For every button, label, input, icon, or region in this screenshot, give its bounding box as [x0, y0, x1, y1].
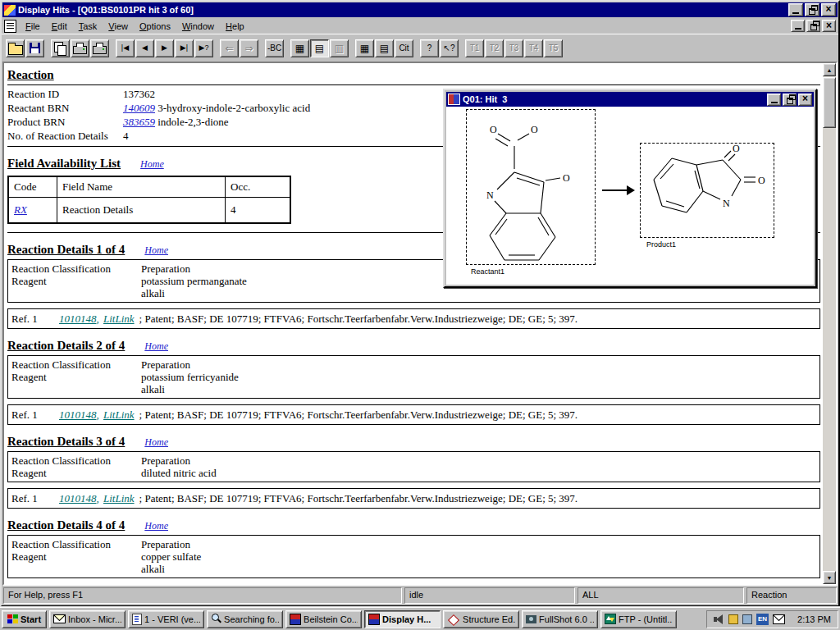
- rx-link[interactable]: RX: [14, 203, 27, 216]
- menu-file[interactable]: File: [20, 20, 46, 33]
- home-link[interactable]: Home: [144, 244, 168, 257]
- forward-button[interactable]: ⇒: [240, 39, 258, 57]
- copy-button[interactable]: [51, 39, 70, 57]
- scrollbar-thumb[interactable]: [823, 77, 836, 128]
- clock: 2:13 PM: [797, 614, 831, 624]
- hit-window-titlebar[interactable]: Q01: Hit 3 ×: [446, 92, 814, 107]
- hit-minimize-button[interactable]: [767, 94, 781, 106]
- tray-app-icon-2[interactable]: [742, 614, 752, 624]
- field-row: Reactant BRN 140609 3-hydroxy-indole-2-c…: [7, 102, 310, 116]
- reaction-detail-section: Reaction Details 2 of 4 Home Reaction Cl…: [7, 339, 823, 425]
- goto-hit-button[interactable]: ▶?: [194, 39, 213, 57]
- hit-window-title: Q01: Hit 3: [463, 94, 765, 104]
- tray-mail-icon[interactable]: [773, 614, 785, 624]
- vertical-scrollbar[interactable]: ▲ ▼: [823, 63, 836, 584]
- scroll-down-button[interactable]: ▼: [823, 571, 836, 584]
- start-button[interactable]: Start: [2, 610, 47, 628]
- field-row: Product BRN 383659 indole-2,3-dione: [7, 116, 310, 130]
- home-link[interactable]: Home: [140, 158, 164, 171]
- task-structure-editor[interactable]: Structure Ed...: [443, 610, 519, 628]
- menu-edit[interactable]: Edit: [46, 20, 73, 33]
- field-layout-button[interactable]: ▦: [355, 39, 374, 57]
- reference-label: Ref. 1: [11, 492, 59, 504]
- tray-app-icon-1[interactable]: [728, 614, 738, 624]
- save-button[interactable]: [25, 39, 44, 57]
- table-row: RX Reaction Details 4: [8, 198, 290, 224]
- menu-task[interactable]: Task: [73, 20, 103, 33]
- hit-close-button[interactable]: ×: [798, 94, 812, 106]
- task-inbox[interactable]: Inbox - Micr...: [49, 610, 126, 628]
- table-view-button[interactable]: ▦: [290, 39, 309, 57]
- menu-window[interactable]: Window: [176, 20, 220, 33]
- reactant-brn-link[interactable]: 140609: [123, 102, 155, 114]
- open-button[interactable]: [6, 39, 25, 57]
- litlink-link[interactable]: LitLink: [103, 492, 135, 504]
- minimize-button[interactable]: [788, 3, 803, 16]
- home-link[interactable]: Home: [144, 340, 168, 353]
- bc-toggle-button[interactable]: -BC: [265, 39, 284, 57]
- t2-button[interactable]: T2: [485, 39, 504, 57]
- document-system-menu-icon[interactable]: [4, 20, 16, 33]
- reference-text: ; Patent; BASF; DE 107719; FTFVA6; Forts…: [139, 313, 578, 325]
- menu-options[interactable]: Options: [134, 20, 176, 33]
- citation-link[interactable]: 1010148: [59, 313, 97, 325]
- toolbar: |◀ ◀ ▶ ▶| ▶? ⇐ ⇒ -BC ▦ ▤ ▥ ▦ ▤ Cit: [2, 34, 838, 62]
- menu-help[interactable]: Help: [220, 20, 250, 33]
- citation-link[interactable]: 1010148: [59, 409, 97, 421]
- search-icon: [211, 614, 221, 624]
- detail-box: Reaction Classification Preparation Reag…: [7, 451, 820, 482]
- litlink-link[interactable]: LitLink: [103, 313, 135, 325]
- volume-icon[interactable]: [714, 614, 724, 624]
- task-ftp[interactable]: FTP - (Untitl...: [600, 610, 677, 628]
- next-hit-button[interactable]: ▶: [155, 39, 174, 57]
- task-display-hits[interactable]: Display H...: [364, 610, 441, 628]
- reagent-value: potassium ferricyanide alkali: [141, 371, 239, 395]
- last-hit-button[interactable]: ▶|: [175, 39, 194, 57]
- maximize-icon: [787, 98, 793, 104]
- list-view-button[interactable]: ▥: [330, 39, 349, 57]
- print-button[interactable]: [71, 39, 89, 57]
- classification-value: Preparation: [141, 262, 247, 275]
- close-button[interactable]: ×: [821, 3, 836, 16]
- hit-maximize-button[interactable]: [783, 94, 797, 106]
- home-link[interactable]: Home: [144, 436, 168, 449]
- context-help-button[interactable]: ↖?: [440, 39, 459, 57]
- t4-button[interactable]: T4: [524, 39, 543, 57]
- field-label: Reaction ID: [7, 88, 123, 102]
- scroll-up-button[interactable]: ▲: [823, 63, 836, 76]
- citation-button[interactable]: Cit: [395, 39, 413, 57]
- language-indicator[interactable]: EN: [756, 614, 769, 625]
- display-settings-button[interactable]: ▤: [375, 39, 394, 57]
- t3-button[interactable]: T3: [504, 39, 523, 57]
- menubar: File Edit Task View Options Window Help …: [2, 18, 838, 34]
- print-preview-button[interactable]: [90, 39, 109, 57]
- t1-button[interactable]: T1: [465, 39, 484, 57]
- print-icon: [73, 46, 87, 54]
- structure-view-button[interactable]: ▤: [310, 39, 329, 57]
- reference-text: ; Patent; BASF; DE 107719; FTFVA6; Forts…: [139, 409, 578, 421]
- home-link[interactable]: Home: [144, 520, 168, 532]
- classification-label: Reaction Classification: [11, 538, 141, 550]
- previous-hit-button[interactable]: ◀: [135, 39, 154, 57]
- task-fullshot[interactable]: FullShot 6.0 ...: [522, 610, 598, 628]
- product-brn-link[interactable]: 383659: [123, 116, 155, 128]
- back-button[interactable]: ⇐: [220, 39, 239, 57]
- task-searching[interactable]: Searching fo...: [207, 610, 283, 628]
- child-minimize-button[interactable]: [791, 20, 805, 32]
- litlink-link[interactable]: LitLink: [103, 409, 135, 421]
- task-beilstein-commander[interactable]: Beilstein Co...: [285, 610, 362, 628]
- product-structure-box[interactable]: O O N: [640, 143, 774, 238]
- citation-link[interactable]: 1010148: [59, 492, 97, 504]
- task-veri-document[interactable]: 1 - VERI (ve...: [128, 610, 204, 628]
- restore-button[interactable]: [805, 3, 819, 16]
- child-close-button[interactable]: ×: [822, 20, 836, 32]
- help-button[interactable]: ?: [420, 39, 439, 57]
- app-icon[interactable]: [4, 5, 16, 16]
- menu-view[interactable]: View: [103, 20, 134, 33]
- reactant-structure-box[interactable]: O O N O: [466, 109, 596, 265]
- first-hit-button[interactable]: |◀: [116, 39, 135, 57]
- t5-button[interactable]: T5: [544, 39, 563, 57]
- child-restore-button[interactable]: [806, 20, 820, 32]
- hit-window[interactable]: Q01: Hit 3 ×: [443, 89, 817, 288]
- close-icon: ×: [802, 94, 808, 103]
